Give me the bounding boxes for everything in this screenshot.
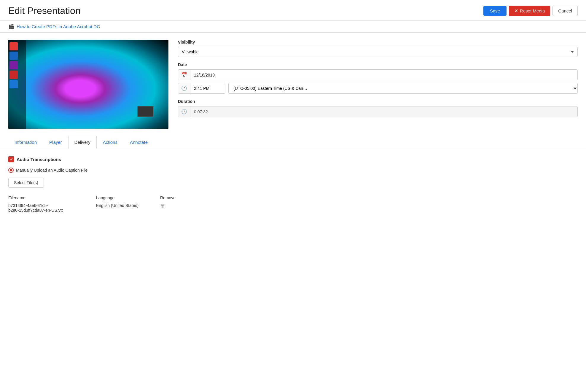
video-mini-thumbnail — [137, 106, 154, 117]
video-icon: 🎬 — [8, 24, 14, 29]
duration-input-wrapper: 🕐 — [178, 106, 578, 117]
checkbox-checked-icon[interactable]: ✓ — [8, 156, 14, 162]
page-header: Edit Presentation Save ✕ Reset Media Can… — [0, 0, 586, 21]
file-filename: b7314f94-4ae6-41c5-b2e0-15d3ff7cda87-en-… — [8, 203, 91, 213]
cancel-button[interactable]: Cancel — [552, 6, 578, 16]
file-table-header: Filename Language Remove — [8, 195, 578, 202]
audio-transcriptions-label: Audio Transcriptions — [17, 157, 61, 162]
visibility-select[interactable]: Viewable — [178, 47, 578, 57]
select-files-button[interactable]: Select File(s) — [8, 178, 44, 188]
time-input[interactable] — [190, 84, 225, 93]
icon-tile — [9, 52, 18, 60]
left-panel — [8, 40, 168, 129]
video-thumbnail — [8, 40, 168, 129]
icon-tile — [9, 71, 18, 79]
visibility-label: Visibility — [178, 40, 578, 44]
duration-input — [190, 107, 577, 117]
visibility-group: Visibility Viewable — [178, 40, 578, 57]
tab-delivery[interactable]: Delivery — [68, 136, 97, 149]
duration-label: Duration — [178, 99, 578, 104]
video-thumbnail-image — [8, 40, 168, 129]
col-language-header: Language — [96, 195, 155, 200]
date-input-wrapper: 📅 — [178, 69, 578, 80]
col-remove-header: Remove — [160, 195, 184, 200]
tab-player[interactable]: Player — [43, 136, 68, 149]
tabs-row: Information Player Delivery Actions Anno… — [8, 136, 578, 149]
duration-group: Duration 🕐 — [178, 99, 578, 117]
video-sidebar — [8, 40, 26, 129]
date-label: Date — [178, 62, 578, 67]
col-filename-header: Filename — [8, 195, 91, 200]
right-panel: Visibility Viewable Date 📅 🕐 (UTC-05:00)… — [178, 40, 578, 129]
audio-transcriptions-header: ✓ Audio Transcriptions — [8, 156, 578, 162]
calendar-icon: 📅 — [178, 70, 190, 80]
icon-tile — [9, 42, 18, 50]
file-remove[interactable]: 🗑 — [160, 203, 184, 209]
icon-tile — [9, 61, 18, 69]
breadcrumb-link[interactable]: How to Create PDFs in Adobe Acrobat DC — [17, 24, 100, 29]
reset-icon: ✕ — [514, 8, 518, 14]
tab-annotate[interactable]: Annotate — [124, 136, 154, 149]
radio-selected-icon[interactable] — [8, 168, 14, 173]
tab-content-delivery: ✓ Audio Transcriptions Manually Upload a… — [0, 149, 586, 221]
upload-option-label: Manually Upload an Audio Caption File — [16, 168, 87, 173]
radio-dot — [10, 169, 12, 171]
tab-information[interactable]: Information — [8, 136, 43, 149]
main-content: Visibility Viewable Date 📅 🕐 (UTC-05:00)… — [0, 33, 586, 136]
file-language: English (United States) — [96, 203, 155, 208]
time-row: 🕐 (UTC-05:00) Eastern Time (US & Can… — [178, 83, 578, 94]
duration-clock-icon: 🕐 — [178, 106, 190, 117]
header-buttons: Save ✕ Reset Media Cancel — [483, 6, 578, 16]
page-title: Edit Presentation — [8, 5, 81, 16]
table-row: b7314f94-4ae6-41c5-b2e0-15d3ff7cda87-en-… — [8, 202, 578, 214]
trash-icon[interactable]: 🗑 — [160, 203, 165, 209]
upload-option: Manually Upload an Audio Caption File — [8, 168, 578, 173]
reset-media-button[interactable]: ✕ Reset Media — [509, 6, 550, 16]
date-input[interactable] — [190, 70, 577, 80]
timezone-select[interactable]: (UTC-05:00) Eastern Time (US & Can… — [228, 83, 578, 94]
clock-icon: 🕐 — [178, 83, 190, 93]
icon-tile — [9, 80, 18, 88]
tabs-section: Information Player Delivery Actions Anno… — [0, 136, 586, 149]
breadcrumb: 🎬 How to Create PDFs in Adobe Acrobat DC — [0, 21, 586, 33]
save-button[interactable]: Save — [483, 6, 507, 16]
file-table: Filename Language Remove b7314f94-4ae6-4… — [8, 195, 578, 214]
time-input-wrapper: 🕐 — [178, 83, 225, 94]
tab-actions[interactable]: Actions — [97, 136, 124, 149]
date-group: Date 📅 🕐 (UTC-05:00) Eastern Time (US & … — [178, 62, 578, 94]
